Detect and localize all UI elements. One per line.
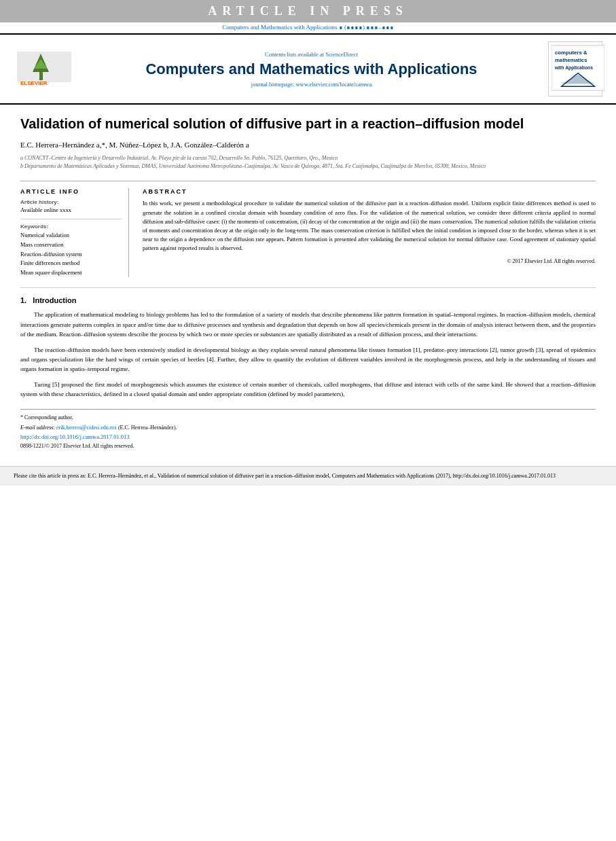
bottom-notice-text: Please cite this article in press as: E.…	[14, 473, 556, 479]
email-label: E-mail address:	[20, 425, 55, 431]
keywords-list: Numerical validation Mass conservation R…	[20, 231, 122, 277]
article-info-column: ARTICLE INFO Article history: Available …	[20, 188, 129, 277]
homepage-label: journal homepage:	[251, 81, 295, 88]
copyright-line: © 2017 Elsevier Ltd. All rights reserved…	[143, 258, 596, 264]
footer-rights: 0898-1221/© 2017 Elsevier Ltd. All right…	[20, 443, 596, 449]
abstract-label: ABSTRACT	[143, 188, 596, 195]
svg-rect-1	[39, 72, 43, 80]
article-subline: Computers and Mathematics with Applicati…	[0, 22, 616, 33]
bottom-notice: Please cite this article in press as: E.…	[0, 466, 616, 486]
corresponding-author-note: * Corresponding author.	[20, 414, 596, 421]
section-number: 1.	[20, 296, 26, 304]
email-note: E-mail address: erik.herrera@cidesi.edu.…	[20, 424, 596, 431]
main-content: Validation of numerical solution of diff…	[0, 105, 616, 459]
keyword-3: Reaction–diffusion system	[20, 250, 122, 260]
history-label: Article history:	[20, 199, 122, 205]
banner-subline-text: Computers and Mathematics with Applicati…	[222, 24, 394, 31]
doi-link[interactable]: http://dx.doi.org/10.1016/j.camwa.2017.0…	[20, 433, 596, 440]
authors-text: E.C. Herrera–Hernández a,*, M. Núñez–Lóp…	[20, 141, 249, 149]
journal-title-block: Contents lists available at ScienceDirec…	[81, 51, 541, 88]
article-in-press-banner: ARTICLE IN PRESS	[0, 0, 616, 22]
affiliations: a CONACYT–Centro de Ingeniería y Desarro…	[20, 154, 596, 171]
abstract-column: ABSTRACT In this work, we present a meth…	[143, 188, 596, 277]
section-title-text: Introduction	[33, 296, 76, 304]
abstract-text: In this work, we present a methodologica…	[143, 199, 596, 253]
keyword-5: Mean square displacement	[20, 268, 122, 278]
journal-name: Computers and Mathematics with Applicati…	[81, 60, 541, 78]
svg-text:computers &: computers &	[555, 50, 587, 56]
keywords-label: Keywords:	[20, 223, 122, 230]
authors-line: E.C. Herrera–Hernández a,*, M. Núñez–Lóp…	[20, 141, 596, 149]
journal-homepage: journal homepage: www.elsevier.com/locat…	[81, 81, 541, 88]
keyword-4: Finite differences method	[20, 259, 122, 268]
elsevier-logo: ELSEVIER	[14, 48, 75, 90]
paper-title: Validation of numerical solution of diff…	[20, 115, 596, 132]
journal-header: ELSEVIER Contents lists available at Sci…	[0, 33, 616, 105]
intro-paragraph-3: Turing [5] proposed the first model of m…	[20, 380, 596, 399]
intro-paragraph-2: The reaction–diffusion models have been …	[20, 345, 596, 374]
article-info-label: ARTICLE INFO	[20, 188, 122, 195]
intro-paragraph-1: The application of mathematical modeling…	[20, 310, 596, 339]
sciencedirect-link-text[interactable]: ScienceDirect	[325, 51, 358, 58]
svg-text:ELSEVIER: ELSEVIER	[20, 80, 48, 86]
keyword-2: Mass conservation	[20, 240, 122, 250]
svg-text:with Applications: with Applications	[554, 65, 593, 71]
article-info-abstract-section: ARTICLE INFO Article history: Available …	[20, 181, 596, 277]
affiliation-b: b Departamento de Matemáticas Aplicadas …	[20, 162, 596, 171]
corresponding-label: * Corresponding author.	[20, 414, 73, 420]
email-suffix: (E.C. Herrera–Hernández).	[118, 425, 177, 431]
email-address[interactable]: erik.herrera@cidesi.edu.mx	[56, 425, 117, 431]
sciencedirect-line: Contents lists available at ScienceDirec…	[81, 51, 541, 58]
contents-available-text: Contents lists available at	[265, 51, 324, 58]
keyword-1: Numerical validation	[20, 231, 122, 240]
section-divider	[20, 287, 596, 288]
journal-logo-right: computers & mathematics with Application…	[548, 41, 602, 96]
footnote-area: * Corresponding author. E-mail address: …	[20, 409, 596, 448]
homepage-url[interactable]: www.elsevier.com/locate/camwa	[295, 81, 372, 88]
available-online: Available online xxxx	[20, 207, 122, 213]
affiliation-a: a CONACYT–Centro de Ingeniería y Desarro…	[20, 154, 596, 162]
introduction-title: 1. Introduction	[20, 296, 596, 304]
banner-text: ARTICLE IN PRESS	[208, 4, 407, 18]
svg-text:mathematics: mathematics	[555, 57, 587, 63]
